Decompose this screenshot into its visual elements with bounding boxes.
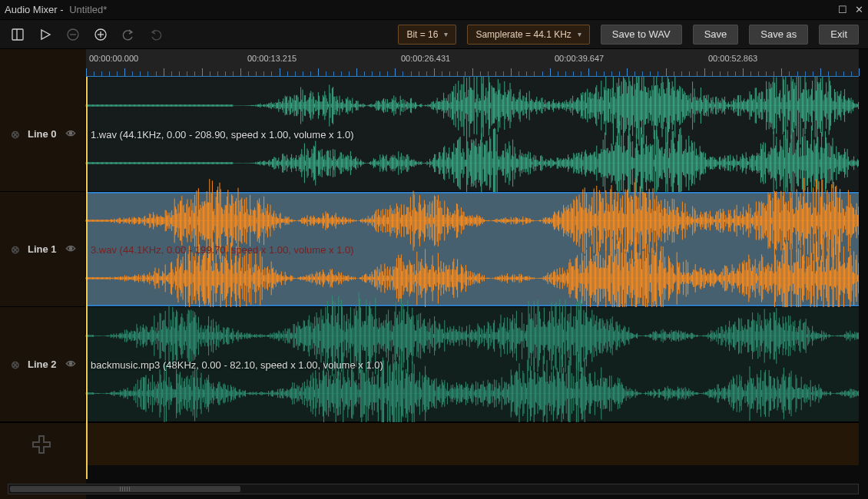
save-button[interactable]: Save	[693, 25, 739, 45]
time-label: 00:00:13.215	[247, 54, 297, 63]
scrollbar-thumb[interactable]	[10, 486, 240, 492]
time-label: 00:00:52.863	[708, 54, 757, 63]
save-as-button[interactable]: Save as	[749, 25, 808, 45]
undo-icon[interactable]	[120, 26, 137, 43]
bit-depth-dropdown[interactable]: Bit = 16 ▾	[398, 25, 456, 45]
track-name: Line 2	[28, 359, 57, 370]
track-visibility-icon[interactable]: 👁	[66, 359, 76, 370]
exit-button[interactable]: Exit	[819, 25, 859, 45]
track-close-icon[interactable]: ⊗	[11, 359, 20, 371]
add-track-row	[0, 422, 859, 465]
clip-info-label: 3.wav (44.1KHz, 0.00 - 199.70, speed x 1…	[91, 243, 354, 255]
track-name: Line 1	[28, 243, 57, 255]
svg-marker-2	[41, 30, 50, 39]
horizontal-scrollbar[interactable]	[8, 484, 859, 494]
add-track-area	[86, 423, 859, 465]
clip-info-label: backmusic.mp3 (48KHz, 0.00 - 82.10, spee…	[91, 359, 383, 370]
toolbar: Bit = 16 ▾ Samplerate = 44.1 KHz ▾ Save …	[0, 20, 868, 49]
window-maximize-button[interactable]: ☐	[838, 4, 847, 15]
zoom-in-icon[interactable]	[92, 26, 109, 43]
time-labels: 00:00:00.000 00:00:13.215 00:00:26.431 0…	[86, 54, 859, 64]
document-name: Untitled*	[69, 4, 107, 15]
track-visibility-icon[interactable]: 👁	[66, 128, 76, 140]
zoom-out-icon[interactable]	[65, 26, 81, 43]
clip-info-label: 1.wav (44.1KHz, 0.00 - 208.90, speed x 1…	[91, 128, 354, 140]
samplerate-label: Samplerate = 44.1 KHz	[475, 29, 571, 40]
track-name: Line 0	[28, 128, 57, 140]
app-name: Audio Mixer -	[5, 4, 64, 15]
svg-rect-0	[12, 29, 23, 40]
track-visibility-icon[interactable]: 👁	[66, 243, 76, 255]
track-row: ⊗Line 0👁1.wav (44.1KHz, 0.00 - 208.90, s…	[0, 77, 859, 192]
time-label: 00:00:00.000	[89, 54, 138, 63]
tracks-container: ⊗Line 0👁1.wav (44.1KHz, 0.00 - 208.90, s…	[0, 77, 859, 479]
app-title: Audio Mixer - Untitled*	[5, 4, 107, 15]
ruler-ticks	[86, 68, 859, 76]
time-ruler[interactable]: 00:00:00.000 00:00:13.215 00:00:26.431 0…	[86, 49, 859, 77]
track-close-icon[interactable]: ⊗	[11, 243, 20, 256]
samplerate-dropdown[interactable]: Samplerate = 44.1 KHz ▾	[467, 25, 589, 45]
track-row: ⊗Line 1👁3.wav (44.1KHz, 0.00 - 199.70, s…	[0, 192, 859, 307]
track-row: ⊗Line 2👁backmusic.mp3 (48KHz, 0.00 - 82.…	[0, 307, 859, 422]
track-label: ⊗Line 2👁	[0, 307, 86, 421]
window-close-button[interactable]: ✕	[855, 4, 863, 15]
chevron-down-icon: ▾	[444, 30, 448, 38]
chevron-down-icon: ▾	[578, 30, 581, 38]
redo-icon[interactable]	[147, 26, 164, 43]
title-bar: Audio Mixer - Untitled* ☐ ✕	[0, 0, 868, 20]
track-close-icon[interactable]: ⊗	[11, 128, 20, 140]
time-label: 00:00:39.647	[555, 54, 604, 63]
save-to-wav-button[interactable]: Save to WAV	[601, 25, 682, 45]
track-label: ⊗Line 1👁	[0, 192, 86, 306]
main-area: 00:00:00.000 00:00:13.215 00:00:26.431 0…	[0, 49, 868, 499]
bit-depth-label: Bit = 16	[406, 29, 438, 40]
add-track-icon[interactable]	[31, 434, 52, 455]
panel-toggle-icon[interactable]	[9, 26, 26, 43]
time-label: 00:00:26.431	[401, 54, 450, 63]
play-icon[interactable]	[37, 26, 54, 43]
playhead[interactable]	[86, 77, 88, 479]
track-label: ⊗Line 0👁	[0, 77, 86, 191]
